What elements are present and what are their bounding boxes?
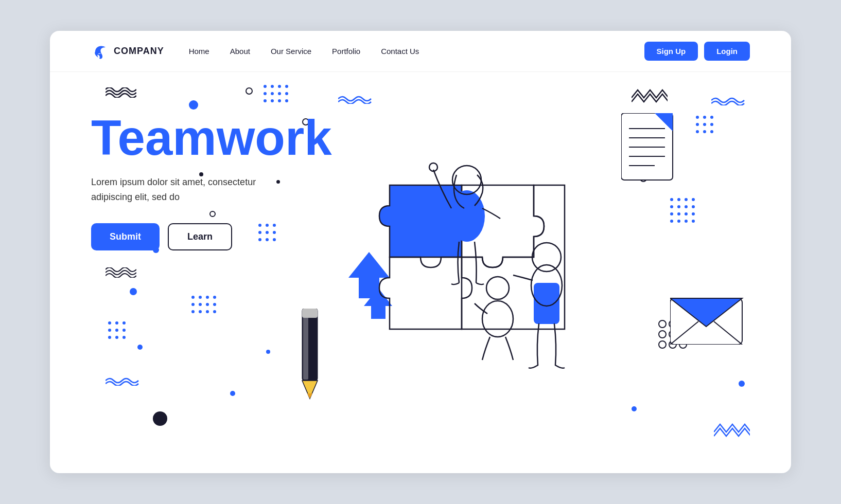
svg-point-1: [271, 85, 274, 88]
deco-circle-right-1: [640, 175, 647, 182]
svg-point-11: [285, 99, 288, 102]
svg-line-95: [714, 321, 742, 345]
deco-wave-3: [106, 375, 142, 386]
svg-rect-79: [371, 306, 386, 319]
svg-point-2: [278, 85, 281, 88]
nav-service[interactable]: Our Service: [271, 47, 311, 56]
svg-point-29: [191, 310, 195, 313]
svg-point-36: [108, 329, 111, 332]
navbar: COMPANY Home About Our Service Portfolio…: [50, 31, 791, 72]
nav-home[interactable]: Home: [189, 47, 209, 56]
svg-rect-101: [534, 283, 559, 324]
logo-text: COMPANY: [114, 46, 164, 57]
deco-arrow-up-2: [364, 288, 392, 319]
svg-point-96: [449, 190, 485, 242]
svg-point-63: [670, 220, 673, 223]
svg-point-5: [271, 92, 274, 95]
svg-point-25: [191, 303, 195, 306]
svg-point-61: [685, 212, 688, 215]
deco-dot-blue-right-2: [632, 406, 637, 411]
svg-point-68: [669, 320, 676, 328]
svg-line-94: [670, 321, 698, 345]
svg-point-58: [692, 205, 695, 208]
svg-point-75: [679, 341, 687, 348]
svg-point-34: [115, 321, 118, 325]
svg-point-35: [122, 321, 126, 325]
svg-point-38: [122, 329, 126, 332]
svg-point-60: [677, 212, 680, 215]
puzzle-illustration: [348, 134, 606, 422]
deco-dots-right-1: [693, 113, 719, 139]
svg-point-67: [659, 320, 666, 328]
nav-portfolio[interactable]: Portfolio: [332, 47, 360, 56]
svg-point-40: [115, 336, 118, 339]
submit-button[interactable]: Submit: [91, 223, 160, 250]
svg-point-7: [285, 92, 288, 95]
svg-point-10: [278, 99, 281, 102]
nav-about[interactable]: About: [230, 47, 250, 56]
svg-point-72: [679, 331, 687, 338]
svg-point-102: [532, 243, 561, 272]
svg-point-48: [696, 130, 699, 133]
hero-section: Teamwork Lorem ipsum dolor sit amet, con…: [50, 72, 791, 473]
hero-description: Lorem ipsum dolor sit amet, consectetur …: [91, 175, 312, 205]
deco-dot-blue-right: [739, 381, 745, 387]
svg-point-47: [710, 123, 713, 126]
svg-rect-85: [621, 113, 673, 180]
deco-wave-4: [106, 267, 136, 278]
deco-envelope: [670, 288, 747, 345]
svg-point-54: [692, 198, 695, 201]
deco-dot-blue-6: [266, 350, 270, 354]
svg-marker-82: [302, 381, 318, 399]
svg-point-97: [452, 166, 481, 194]
svg-point-55: [670, 205, 673, 208]
deco-wave-1: [106, 87, 136, 98]
deco-dots-1: [261, 82, 292, 108]
deco-dots-3: [189, 293, 220, 324]
login-button[interactable]: Login: [704, 42, 750, 61]
page-card: COMPANY Home About Our Service Portfolio…: [50, 31, 791, 473]
deco-rings: [657, 319, 693, 355]
svg-point-27: [206, 303, 209, 306]
svg-marker-76: [348, 252, 390, 278]
deco-circle-outline-1: [246, 87, 253, 95]
deco-arrow-up: [348, 252, 390, 298]
svg-point-62: [692, 212, 695, 215]
svg-point-71: [669, 331, 676, 338]
svg-point-3: [285, 85, 288, 88]
svg-point-59: [670, 212, 673, 215]
svg-point-74: [669, 341, 676, 348]
nav-links: Home About Our Service Portfolio Contact…: [189, 47, 644, 56]
learn-button[interactable]: Learn: [168, 223, 232, 250]
svg-point-32: [213, 310, 216, 313]
deco-dots-right-2: [668, 195, 698, 226]
signup-button[interactable]: Sign Up: [644, 42, 698, 61]
svg-point-65: [685, 220, 688, 223]
svg-point-103: [531, 265, 562, 306]
svg-point-69: [679, 320, 687, 328]
svg-point-42: [696, 116, 699, 119]
svg-marker-91: [655, 113, 673, 131]
svg-point-37: [115, 329, 118, 332]
hero-content: Teamwork Lorem ipsum dolor sit amet, con…: [91, 113, 332, 250]
nav-actions: Sign Up Login: [644, 42, 750, 61]
deco-dot-blue-5: [230, 391, 235, 396]
svg-point-24: [213, 296, 216, 299]
svg-point-57: [685, 205, 688, 208]
svg-point-43: [703, 116, 706, 119]
svg-point-70: [659, 331, 666, 338]
svg-marker-83: [307, 393, 312, 399]
svg-marker-78: [364, 288, 392, 306]
svg-point-98: [429, 163, 437, 171]
svg-point-21: [191, 296, 195, 299]
svg-point-30: [199, 310, 202, 313]
svg-point-41: [122, 336, 126, 339]
svg-point-23: [206, 296, 209, 299]
svg-point-99: [482, 301, 513, 337]
deco-circle-blue-3: [130, 288, 137, 295]
svg-rect-77: [359, 278, 379, 298]
svg-point-28: [213, 303, 216, 306]
deco-zigzag-2: [714, 422, 750, 437]
svg-rect-92: [670, 298, 742, 345]
nav-contact[interactable]: Contact Us: [381, 47, 419, 56]
